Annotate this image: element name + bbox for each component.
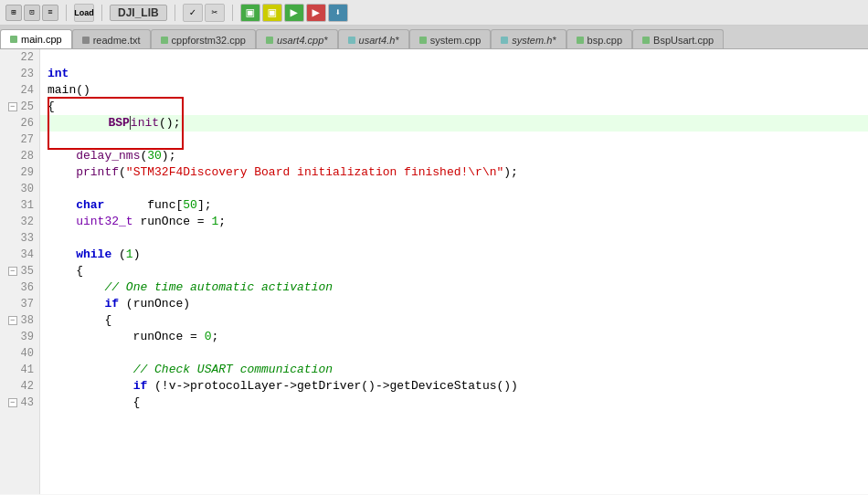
project-title[interactable]: DJI_LIB <box>110 5 167 21</box>
ln-26: 26 <box>5 115 34 132</box>
tab-label-usart4-h: usart4.h* <box>359 35 399 46</box>
tab-usart4-h[interactable]: usart4.h* <box>338 29 409 49</box>
toolbar-scissors[interactable]: ✂ <box>205 4 225 22</box>
code-printf-fn: printf <box>76 164 119 181</box>
toolbar-divider-4 <box>232 5 233 21</box>
code-28-num: 30 <box>147 148 162 164</box>
fold-btn-35[interactable]: − <box>8 267 17 276</box>
fold-btn-25[interactable]: − <box>8 102 17 111</box>
ln-23: 23 <box>5 66 34 82</box>
code-43-brace: { <box>48 395 140 411</box>
code-39-content: runOnce = <box>48 329 205 345</box>
code-39-num: 0 <box>205 329 212 345</box>
tab-main-cpp[interactable]: main.cpp <box>0 29 72 49</box>
code-28-paren: ( <box>140 148 147 164</box>
tab-readme[interactable]: readme.txt <box>72 29 151 49</box>
tab-label-system-h: system.h* <box>512 35 556 46</box>
tab-icon-usart4-h <box>348 37 355 44</box>
tab-icon-cppforstm32 <box>161 37 168 44</box>
code-34-indent <box>48 247 76 263</box>
keyword-while: while <box>76 247 111 263</box>
code-31-close: ]; <box>197 197 212 214</box>
keyword-char: char <box>76 197 104 214</box>
ln-35: − 35 <box>5 263 34 279</box>
code-line-43: { <box>40 395 868 411</box>
toolbar-divider-1 <box>66 5 67 21</box>
toolbar-divider-3 <box>175 5 175 21</box>
code-42-cond: (!v->protocolLayer->getDriver()->getDevi… <box>147 378 518 395</box>
code-line-26: BSPinit(); <box>40 115 868 132</box>
code-line-23: int <box>40 66 868 82</box>
fold-btn-43[interactable]: − <box>8 398 17 407</box>
code-41-indent <box>48 362 133 378</box>
code-line-39: runOnce = 0; <box>40 329 868 345</box>
code-32-indent <box>48 214 76 230</box>
tab-label-usart4-cpp: usart4.cpp* <box>277 35 328 46</box>
ln-41: 41 <box>5 362 34 378</box>
fold-btn-38[interactable]: − <box>8 316 17 325</box>
code-line-28: delay_nms(30); <box>40 148 868 164</box>
tab-label-cppforstm32: cppforstm32.cpp <box>172 35 246 46</box>
toolbar-icon-3[interactable]: ≡ <box>42 5 58 21</box>
code-29-open: ( <box>119 164 126 181</box>
toolbar-checkmark[interactable]: ✓ <box>183 4 203 22</box>
bsp-text: BSP <box>108 116 129 130</box>
toolbar-build-green[interactable]: ▣ <box>240 4 260 22</box>
tab-bspusart-cpp[interactable]: BspUsart.cpp <box>632 29 724 49</box>
ln-31: 31 <box>5 197 34 214</box>
tab-icon-readme <box>82 37 90 44</box>
code-34-num: 1 <box>126 247 133 263</box>
code-32-semi: ; <box>218 214 226 230</box>
code-31-indent <box>48 197 76 214</box>
code-38-brace: { <box>48 312 111 329</box>
ln-36: 36 <box>5 279 34 296</box>
tab-icon-bsp-cpp <box>577 37 584 44</box>
toolbar-icon-load[interactable]: Load <box>74 4 94 22</box>
code-28-close: ); <box>162 148 176 164</box>
toolbar-run-red[interactable]: ▶ <box>306 4 326 22</box>
toolbar-build-yellow[interactable]: ▣ <box>262 4 282 22</box>
code-line-35: { <box>40 263 868 279</box>
ln-33: 33 <box>5 230 34 247</box>
code-bspinit-paren: (); <box>159 116 180 130</box>
tab-label-bspusart-cpp: BspUsart.cpp <box>653 35 714 46</box>
code-29-indent <box>48 164 76 181</box>
ln-43: − 43 <box>5 395 34 411</box>
ln-30: 30 <box>5 181 34 197</box>
ln-22: 22 <box>5 49 34 66</box>
init-text: init <box>131 116 159 130</box>
line-numbers-gutter: 22 23 24 − 25 26 27 28 29 30 31 32 33 34… <box>0 49 40 494</box>
ln-28: 28 <box>5 148 34 164</box>
code-42-indent <box>48 378 133 395</box>
code-line-34: while (1) <box>40 247 868 263</box>
tab-system-h[interactable]: system.h* <box>491 29 566 49</box>
tab-system-cpp[interactable]: system.cpp <box>409 29 492 49</box>
ln-32: 32 <box>5 214 34 230</box>
code-editor[interactable]: int main() { BSPinit(); delay_nms(30); p… <box>40 49 868 494</box>
code-line-32: uint32_t runOnce = 1; <box>40 214 868 230</box>
code-line-40 <box>40 345 868 362</box>
code-line-37: if (runOnce) <box>40 296 868 312</box>
code-28-indent <box>48 148 76 164</box>
ln-37: 37 <box>5 296 34 312</box>
code-line-33 <box>40 230 868 247</box>
tab-label-readme: readme.txt <box>93 35 141 46</box>
tab-label-system-cpp: system.cpp <box>430 35 482 46</box>
tab-usart4-cpp[interactable]: usart4.cpp* <box>256 29 338 49</box>
tab-icon-main-cpp <box>10 36 17 43</box>
code-line-41: // Check USART communication <box>40 362 868 378</box>
tab-bsp-cpp[interactable]: bsp.cpp <box>566 29 633 49</box>
toolbar-icon-1[interactable]: ⊞ <box>5 5 22 21</box>
code-34-close: ) <box>133 247 141 263</box>
code-delay-fn: delay_nms <box>76 148 140 164</box>
tab-cppforstm32[interactable]: cppforstm32.cpp <box>151 29 256 49</box>
type-uint32: uint32_t <box>76 214 132 230</box>
keyword-int: int <box>48 66 69 82</box>
tab-icon-system-h <box>501 37 508 44</box>
toolbar-download[interactable]: ⬇ <box>328 4 348 22</box>
toolbar-icon-2[interactable]: ⊡ <box>24 5 40 21</box>
ln-39: 39 <box>5 329 34 345</box>
toolbar-run-green[interactable]: ▶ <box>284 4 304 22</box>
ln-40: 40 <box>5 345 34 362</box>
code-35-indent: { <box>48 263 83 279</box>
